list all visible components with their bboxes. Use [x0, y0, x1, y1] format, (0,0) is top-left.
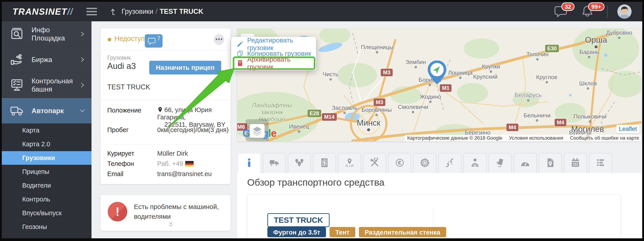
status-dot-icon	[108, 38, 111, 41]
expand-double-chevron-icon[interactable]	[167, 221, 174, 228]
map-town-label: Белыничи	[524, 112, 550, 119]
vehicle-tab[interactable]	[438, 153, 462, 173]
phone-label: Телефон	[107, 160, 134, 167]
chevron-right-icon	[78, 30, 86, 38]
sidebar-subitem[interactable]: Геозоны	[2, 220, 92, 234]
vehicle-tab[interactable]	[338, 153, 361, 173]
vehicle-tab[interactable]	[488, 153, 512, 173]
sidebar-item[interactable]: Контрольная башня	[2, 73, 92, 98]
context-menu: Редактировать грузовик Копировать грузов…	[231, 37, 316, 70]
sidebar-subitem[interactable]: Карта	[2, 124, 92, 137]
vehicle-chat-button[interactable]: 7	[145, 34, 162, 48]
sidebar-subitem[interactable]: Контроль	[2, 192, 92, 206]
tab-info-icon	[244, 158, 254, 169]
tab-crate-icon	[319, 158, 330, 169]
top-bar: TRANSINET// Грузовики/TEST TRUCK 32 99+	[2, 2, 642, 21]
sidebar-subitem[interactable]: Впуск/выпуск	[2, 206, 92, 220]
mileage-label: Пробег	[107, 126, 128, 134]
road-badge: М3	[381, 69, 392, 76]
map-town-label: Дубровно	[606, 30, 632, 36]
context-menu-item[interactable]: Архивировать грузовик	[231, 58, 316, 68]
curator-value: Müller Dirk	[157, 150, 188, 157]
vehicle-tab[interactable]	[313, 153, 336, 173]
sidebar-item[interactable]: Автопарк	[2, 98, 92, 124]
map-town-label: Беларусь	[514, 92, 542, 99]
vehicle-type-label: Грузовик	[107, 54, 131, 61]
map-town-label: Шклов	[579, 80, 597, 87]
vehicle-tab[interactable]	[288, 153, 311, 173]
sidebar-item-label: Биржа	[32, 56, 78, 64]
email-label: Email	[107, 170, 124, 178]
divider	[100, 100, 230, 100]
sidebar-subitem[interactable]: Прицепы	[2, 165, 92, 179]
messages-button[interactable]: 32	[554, 5, 568, 19]
chevron-right-icon	[78, 56, 86, 63]
avatar[interactable]	[617, 5, 632, 19]
menu-toggle-icon[interactable]	[86, 6, 97, 17]
notifications-button[interactable]: 99+	[580, 5, 594, 19]
vehicle-map-marker-icon[interactable]	[424, 60, 450, 85]
divider	[100, 144, 230, 144]
overview-card: TEST TRUCK Фургон до 3.5тТентРазделитель…	[247, 194, 620, 238]
sidebar-main-nav: Инфо Площадка Биржа Контрольная башня Ав…	[2, 21, 92, 124]
sidebar-item[interactable]: Биржа	[2, 47, 92, 73]
warning-icon: !	[108, 202, 127, 221]
tab-list-icon	[595, 158, 606, 169]
vehicle-tab[interactable]: €	[388, 153, 411, 173]
report-error-link[interactable]: Сообщить об ошибке на карте	[570, 135, 639, 141]
sidebar-subitem[interactable]: Водители	[2, 179, 92, 192]
map-town-label: Ивенец	[289, 123, 309, 130]
truck-outline-icon	[10, 104, 24, 118]
vehicle-tab[interactable]	[263, 153, 286, 173]
vehicle-name: TEST TRUCK	[107, 83, 150, 91]
sidebar-item-label: Автопарк	[32, 107, 78, 115]
map-town-label: Крупки	[482, 63, 500, 70]
sidebar-subitem-label: Карта 2.0	[22, 140, 50, 148]
sidebar-subitem-label: Геозоны	[22, 223, 47, 230]
map-town-label: Боровляны	[362, 107, 392, 113]
sidebar-item[interactable]: Инфо Площадка	[2, 21, 92, 47]
tab-driver-icon	[470, 158, 480, 169]
vehicle-tab[interactable]	[514, 153, 537, 173]
leaflet-attribution[interactable]: Leaflet	[616, 125, 640, 133]
map-layers-button[interactable]	[250, 124, 265, 138]
road-badge: М4	[554, 119, 566, 126]
map-copyright: Картографические данные © 2018 Google	[407, 135, 502, 141]
vehicle-tab[interactable]	[539, 153, 562, 173]
chevron-down-icon	[78, 107, 86, 115]
vehicle-tag: Фургон до 3.5т	[267, 227, 326, 237]
assign-trailer-button[interactable]: Назначить прицеп	[149, 61, 221, 75]
vehicle-tab[interactable]	[413, 153, 436, 173]
map-town-label: Зембин	[406, 59, 426, 66]
context-menu-item[interactable]: Редактировать грузовик	[231, 39, 316, 49]
brand-logo[interactable]: TRANSINET//	[12, 7, 73, 17]
page-title: Обзор транспортного средства	[247, 177, 384, 188]
tab-damage-icon	[495, 158, 505, 169]
position-value: 66, улица Юрия Гагарина, 222511, Barysaw…	[157, 106, 230, 128]
tab-content: Обзор транспортного средства TEST TRUCK …	[237, 173, 641, 238]
more-options-button[interactable]: ⋯	[214, 34, 224, 45]
terms-link[interactable]: Условия использования	[509, 135, 563, 141]
vehicle-name-badge: TEST TRUCK	[267, 213, 330, 227]
sidebar-subitem[interactable]: Карта 2.0	[2, 137, 92, 151]
vehicle-tab[interactable]	[363, 153, 386, 173]
map-town-label: Круглое	[536, 74, 558, 81]
app-window: TRANSINET// Грузовики/TEST TRUCK 32 99+	[2, 2, 642, 238]
sidebar-subitem[interactable]: Грузовики	[2, 151, 92, 165]
vehicle-tab[interactable]	[564, 153, 587, 173]
exchange-icon	[10, 53, 24, 67]
vehicle-tag: Разделительная стенка	[359, 227, 446, 237]
road-badge: М14	[322, 113, 337, 121]
breadcrumb-section[interactable]: Грузовики	[122, 8, 153, 15]
bell-icon	[580, 15, 594, 19]
tab-doc-pin-icon	[545, 158, 556, 169]
map-town-label: Чисть	[323, 71, 338, 78]
map-town-label: Толочин	[526, 51, 548, 58]
vehicle-tab[interactable]	[464, 153, 486, 173]
back-up-icon[interactable]	[110, 7, 118, 16]
sidebar-sub-nav: Карта Карта 2.0 Грузовики Прицепы Водите…	[2, 124, 92, 234]
topbar-actions: 32 99+	[541, 5, 632, 19]
vehicle-tab[interactable]	[238, 153, 261, 173]
tab-euro-icon: €	[394, 158, 405, 169]
vehicle-tab[interactable]	[589, 153, 612, 173]
